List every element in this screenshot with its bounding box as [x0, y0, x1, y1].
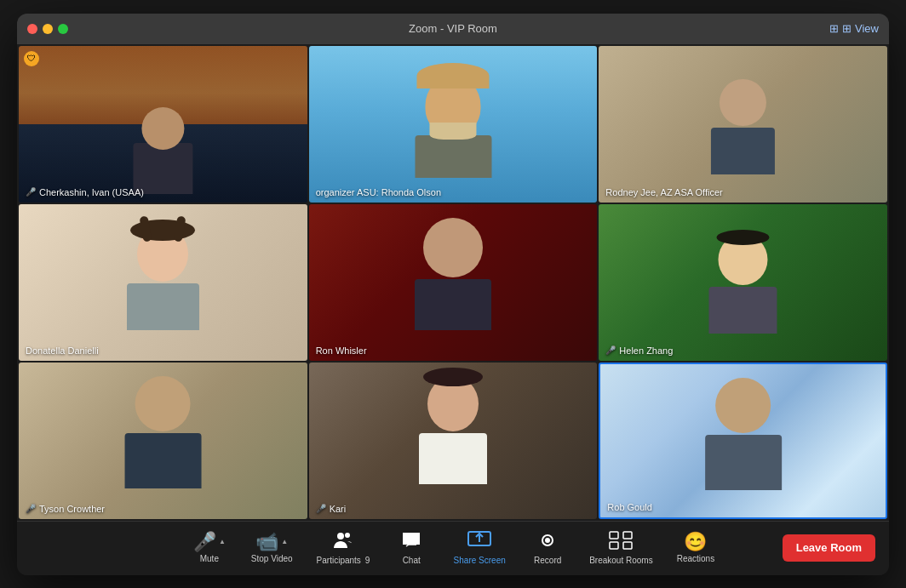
mute-label: Mute	[200, 554, 219, 563]
mic-toolbar-icon: 🎤	[193, 533, 216, 551]
leave-room-button[interactable]: Leave Room	[783, 534, 875, 562]
participant-name-donatella: Donatella Danielli	[26, 345, 99, 356]
zoom-window: Zoom - VIP Room ⊞ ⊞ View 🛡 🎤 Cherkashin,…	[17, 14, 889, 575]
participant-name-tyson: 🎤 Tyson Crowther	[26, 504, 105, 514]
toolbar: 🎤 ▲ Mute 📹 ▲ Stop Video Part	[17, 521, 889, 575]
leave-room-label: Leave Room	[796, 541, 862, 556]
chat-label: Chat	[403, 556, 421, 565]
mute-button[interactable]: 🎤 ▲ Mute	[180, 522, 239, 575]
chat-button[interactable]: Chat	[381, 522, 441, 575]
svg-point-0	[337, 533, 344, 539]
stop-video-button[interactable]: 📹 ▲ Stop Video	[239, 522, 305, 575]
mute-icon-cherkashin: 🎤	[26, 187, 36, 197]
window-title: Zoom - VIP Room	[409, 22, 497, 35]
participants-label-text: Participants 9	[317, 556, 370, 565]
stop-video-icon-container: 📹 ▲	[255, 533, 288, 551]
video-cell-rodney[interactable]: Rodney Jee, AZ ASA Officer	[599, 46, 887, 203]
video-cell-helen[interactable]: 🎤 Helen Zhang	[599, 204, 887, 361]
video-cell-donatella[interactable]: Donatella Danielli	[19, 204, 307, 361]
svg-rect-8	[623, 542, 632, 549]
mute-icon-container: 🎤 ▲	[193, 533, 226, 551]
stop-video-label: Stop Video	[251, 554, 293, 563]
svg-point-4	[545, 538, 550, 543]
close-button[interactable]	[27, 24, 37, 34]
mute-icon-helen: 🎤	[605, 345, 616, 355]
mute-arrow: ▲	[219, 539, 226, 545]
participant-name-kari: 🎤 Kari	[316, 504, 347, 514]
participants-button[interactable]: Participants 9	[305, 522, 382, 575]
shield-badge: 🛡	[24, 51, 39, 66]
share-screen-button[interactable]: Share Screen	[441, 522, 518, 575]
video-cell-kari[interactable]: 🎤 Kari	[309, 363, 598, 519]
participant-name-helen: 🎤 Helen Zhang	[605, 345, 673, 356]
video-cell-tyson[interactable]: 🎤 Tyson Crowther	[19, 363, 307, 519]
participant-name-rob: Rob Gould	[607, 502, 652, 512]
maximize-button[interactable]	[58, 24, 68, 34]
chat-icon	[401, 531, 421, 553]
breakout-label: Breakout Rooms	[589, 556, 652, 565]
participant-name-ron: Ron Whisler	[316, 345, 367, 356]
svg-point-1	[345, 533, 350, 538]
reactions-icon: 😊	[684, 533, 707, 551]
participant-name-rodney: Rodney Jee, AZ ASA Officer	[605, 187, 722, 197]
svg-rect-5	[610, 532, 618, 539]
record-label: Record	[534, 556, 561, 565]
video-cell-rhonda[interactable]: organizer ASU: Rhonda Olson	[309, 46, 598, 203]
traffic-lights	[27, 24, 68, 34]
share-screen-label: Share Screen	[454, 556, 506, 565]
view-button[interactable]: ⊞ ⊞ View	[829, 22, 879, 35]
view-label: ⊞ View	[842, 22, 879, 35]
video-arrow: ▲	[281, 539, 288, 545]
share-screen-icon	[467, 531, 491, 553]
camera-icon: 📹	[255, 533, 278, 551]
breakout-rooms-button[interactable]: Breakout Rooms	[577, 522, 664, 575]
titlebar: Zoom - VIP Room ⊞ ⊞ View	[17, 14, 889, 44]
video-cell-cherkashin[interactable]: 🛡 🎤 Cherkashin, Ivan (USAA)	[19, 46, 307, 203]
participants-icon	[333, 531, 353, 553]
svg-rect-7	[610, 542, 618, 549]
view-icon: ⊞	[829, 22, 839, 35]
reactions-button[interactable]: 😊 Reactions	[665, 522, 726, 575]
svg-rect-6	[623, 532, 632, 539]
mute-icon-tyson: 🎤	[26, 504, 36, 513]
participant-name-rhonda: organizer ASU: Rhonda Olson	[316, 187, 441, 197]
participant-name-cherkashin: 🎤 Cherkashin, Ivan (USAA)	[26, 187, 144, 197]
record-button[interactable]: Record	[518, 522, 577, 575]
video-cell-ron[interactable]: Ron Whisler	[309, 204, 598, 361]
minimize-button[interactable]	[43, 24, 53, 34]
record-icon	[537, 531, 558, 553]
reactions-label: Reactions	[677, 554, 714, 563]
breakout-icon	[609, 531, 633, 553]
mute-icon-kari: 🎤	[316, 504, 326, 513]
video-grid: 🛡 🎤 Cherkashin, Ivan (USAA) organizer AS…	[17, 44, 889, 521]
video-cell-rob[interactable]: Rob Gould	[599, 363, 887, 519]
